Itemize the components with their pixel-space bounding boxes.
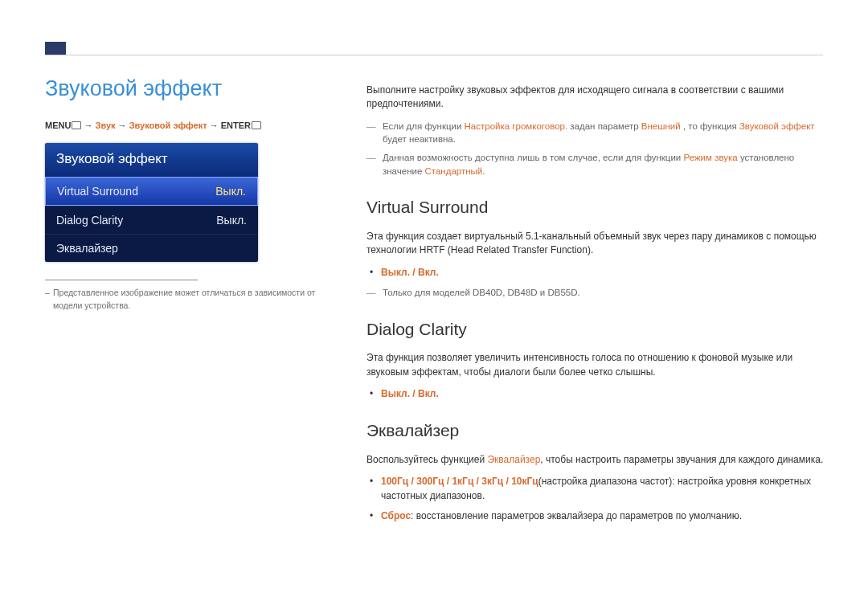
menu-icon xyxy=(72,121,81,129)
section-equalizer: Эквалайзер xyxy=(366,419,836,443)
osd-item-value: Выкл. xyxy=(216,214,247,227)
note-speaker-setting: Если для функции Настройка громкоговор. … xyxy=(366,120,836,146)
osd-item-label: Virtual Surround xyxy=(57,185,138,198)
osd-item-label: Эквалайзер xyxy=(56,242,118,255)
osd-item-virtual-surround[interactable]: Virtual Surround Выкл. xyxy=(45,177,258,206)
osd-item-label: Dialog Clarity xyxy=(56,214,123,227)
breadcrumb-arrow-3: → xyxy=(207,121,221,130)
dc-options: Выкл. / Вкл. xyxy=(366,387,836,401)
breadcrumb-p2: Звуковой эффект xyxy=(129,121,207,130)
right-column: Выполните настройку звуковых эффектов дл… xyxy=(366,84,836,529)
eq-description: Воспользуйтесь функцией Эквалайзер, чтоб… xyxy=(366,453,836,467)
breadcrumb-arrow-1: → xyxy=(81,121,95,130)
note-sound-mode: Данная возможность доступна лишь в том с… xyxy=(366,151,836,178)
osd-header: Звуковой эффект xyxy=(45,143,258,177)
section-virtual-surround: Virtual Surround xyxy=(366,195,836,219)
breadcrumb-p1: Звук xyxy=(96,121,116,130)
dc-description: Эта функция позволяет увеличить интенсив… xyxy=(366,351,836,379)
vs-options: Выкл. / Вкл. xyxy=(366,266,836,280)
osd-item-dialog-clarity[interactable]: Dialog Clarity Выкл. xyxy=(45,206,258,234)
intro-text: Выполните настройку звуковых эффектов дл… xyxy=(366,84,836,112)
osd-panel: Звуковой эффект Virtual Surround Выкл. D… xyxy=(45,143,258,262)
breadcrumb-arrow-2: → xyxy=(116,121,129,130)
eq-reset: Сброс: восстановление параметров эквалай… xyxy=(366,509,836,523)
breadcrumb-enter: ENTER xyxy=(221,121,251,130)
footnote-rule xyxy=(45,280,198,280)
image-disclaimer: Представленное изображение может отличат… xyxy=(45,287,334,313)
breadcrumb: MENU → Звук → Звуковой эффект → ENTER xyxy=(45,121,334,130)
section-dialog-clarity: Dialog Clarity xyxy=(366,317,836,341)
eq-bands: 100Гц / 300Гц / 1кГц / 3кГц / 10кГц(наст… xyxy=(366,475,836,503)
enter-icon xyxy=(252,121,261,129)
page-title: Звуковой эффект xyxy=(45,76,334,101)
header-accent xyxy=(45,42,66,55)
vs-model-note: Только для моделей DB40D, DB48D и DB55D. xyxy=(366,286,836,300)
header-rule xyxy=(45,55,823,55)
osd-item-equalizer[interactable]: Эквалайзер xyxy=(45,234,258,262)
osd-item-value: Выкл. xyxy=(215,185,246,198)
left-column: Звуковой эффект MENU → Звук → Звуковой э… xyxy=(45,76,334,313)
breadcrumb-menu: MENU xyxy=(45,121,71,130)
vs-description: Эта функция создает виртуальный 5.1-кана… xyxy=(366,230,836,258)
